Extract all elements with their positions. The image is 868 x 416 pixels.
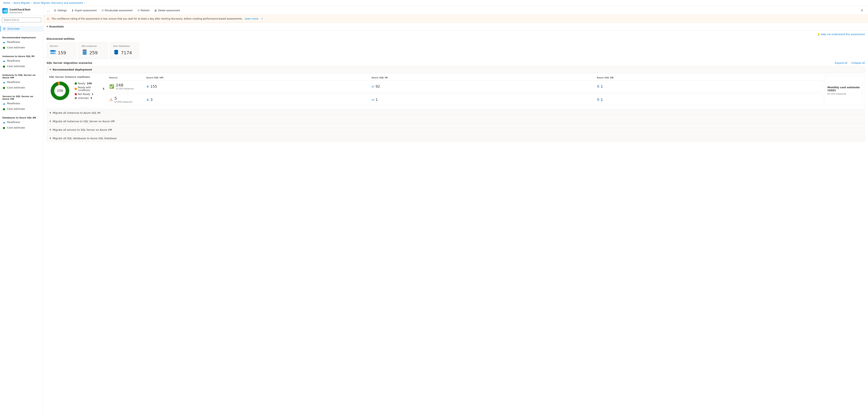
accordion-recommended-header[interactable]: ▼ Recommended deployment [47, 66, 865, 73]
expand-all-link[interactable]: Expand all [835, 62, 847, 64]
sidebar-item-sqlvm-servers-cost[interactable]: ● Cost estimate [0, 106, 43, 112]
nav-section-title-recommended: Recommended deployment [0, 35, 43, 39]
accordion-migrate-sqlvm-servers-label: Migrate all servers to SQL Server on Azu… [53, 128, 112, 131]
donut-section: SQL Server instance readiness [49, 76, 104, 106]
essentials-chevron: ▼ [46, 26, 48, 28]
source-warning: ⚠️ 5 of 259 instances [109, 96, 145, 103]
migration-section: SQL Server migration scenarios Expand al… [43, 61, 868, 142]
sidebar-search-container [0, 16, 43, 24]
breadcrumb-discovery[interactable]: Azure Migrate: Discovery and assessment [33, 2, 83, 4]
sidebar-item-recommended-readiness[interactable]: ☁ Readiness [0, 39, 43, 45]
svg-point-2 [55, 51, 56, 51]
sidebar-item-sqlvm-instances-readiness[interactable]: ☁ Readiness [0, 79, 43, 85]
export-button[interactable]: ⬇ Export assessment [69, 8, 99, 13]
warning-db: 🗄 1 [597, 97, 820, 102]
essentials-section: ▼ Essentials [43, 23, 868, 31]
breadcrumb-home[interactable]: Home [3, 2, 10, 4]
more-options-button[interactable]: ... [46, 8, 50, 12]
ready-vm: 🖥 155 [146, 84, 370, 88]
sidebar-header: AM CostCheckTest Assessment [0, 6, 43, 16]
sidebar-item-sqlvm-servers-readiness[interactable]: ☁ Readiness [0, 101, 43, 106]
close-button[interactable]: ✕ [859, 8, 865, 13]
essentials-toggle[interactable]: ▼ Essentials [46, 24, 865, 29]
sidebar-item-sqlmi-cost[interactable]: ● Cost estimate [0, 64, 43, 69]
settings-icon: ⚙ [54, 9, 56, 12]
nav-section-title-sqlvm-instances: Instances to SQL Server on Azure VM [0, 73, 43, 79]
svg-rect-6 [83, 53, 87, 55]
nav-recommended-section: Recommended deployment ☁ Readiness ● Cos… [0, 34, 43, 52]
accordion-migrate-sqldb-label: Migrate all SQL databases to Azure SQL D… [53, 137, 117, 140]
sidebar-item-sqlvm-instances-cost[interactable]: ● Cost estimate [0, 85, 43, 90]
db-icon-1: 🗄 [597, 85, 599, 88]
sidebar-item-sqldb-readiness[interactable]: ☁ Readiness [0, 119, 43, 125]
accordion-chevron-2: ▼ [50, 112, 51, 114]
nav-overview-section: ☰ Overview [0, 24, 43, 34]
header-source: Source [109, 77, 145, 79]
stats-panel: Source Azure SQL VM Azure SQL MI Azure S… [107, 76, 823, 106]
ready-count: 248 [116, 83, 134, 87]
vm-icon-2: 🖥 [146, 98, 149, 101]
entity-card-user-databases[interactable]: User databases 7174 [110, 42, 139, 59]
app-logo: AM [2, 8, 8, 13]
warning-banner: ⚠ The confidence rating of the assessmen… [43, 15, 868, 23]
recalculate-icon: ↺ [101, 9, 104, 12]
circle-icon-4: ● [2, 108, 5, 111]
recalculate-button[interactable]: ↺ Recalculate assessment [99, 8, 134, 13]
main-content: ... ⚙ Settings ⬇ Export assessment ↺ Rec… [43, 6, 868, 415]
search-input[interactable] [2, 18, 41, 22]
entity-cards: Servers 159 [46, 42, 865, 59]
circle-icon-2: ● [2, 65, 5, 68]
warning-sub: of 259 instances [115, 101, 132, 103]
sidebar-item-sqldb-cost[interactable]: ● Cost estimate [0, 125, 43, 130]
delete-button[interactable]: 🗑 Delete assessment [152, 8, 182, 13]
accordion-migrate-sqlvm-servers[interactable]: ▼ Migrate all servers to SQL Server on A… [46, 126, 865, 133]
accordion-migrate-sqlvm-instances-label: Migrate all instances to SQL Server on A… [53, 120, 115, 123]
servers-count: 159 [58, 50, 66, 55]
refresh-button[interactable]: ↺ Refresh [135, 8, 152, 13]
accordion-migrate-sqlmi-label: Migrate all instances to Azure SQL MI [53, 111, 100, 114]
user-databases-count: 7174 [121, 50, 132, 55]
entity-card-sql-instances[interactable]: SQL instances SQL [78, 42, 108, 59]
stats-warning-row: ⚠️ 5 of 259 instances 🖥 [107, 94, 823, 106]
discovered-entities-section: Discovered entities Servers [43, 37, 868, 61]
donut-svg: 259 [49, 80, 71, 102]
nav-sqlvm-servers-section: Servers to SQL Server on Azure VM ☁ Read… [0, 92, 43, 114]
accordion-migrate-sqlvm-instances[interactable]: ▼ Migrate all instances to SQL Server on… [46, 118, 865, 125]
warning-learn-more-link[interactable]: Learn more. [245, 18, 259, 20]
warning-vm: 🖥 3 [146, 97, 370, 102]
donut-wrapper: 259 Ready 248 [49, 80, 104, 102]
ready-db: 🗄 1 [597, 84, 820, 88]
cloud-icon-2: ☁ [2, 59, 5, 62]
delete-icon: 🗑 [154, 9, 157, 12]
expand-collapse-controls: Expand all | Collapse all [835, 62, 865, 64]
sql-instances-count: 259 [89, 50, 98, 55]
readiness-grid: SQL Server instance readiness [49, 76, 862, 106]
sidebar-item-sqlmi-readiness[interactable]: ☁ Readiness [0, 58, 43, 64]
entity-label-user-databases: User databases [113, 45, 136, 48]
accordion-chevron-5: ▼ [50, 137, 51, 139]
collapse-all-link[interactable]: Collapse all [851, 62, 865, 64]
sidebar-item-recommended-cost[interactable]: ● Cost estimate [0, 45, 43, 50]
svg-rect-5 [83, 52, 87, 53]
essentials-label: Essentials [49, 25, 64, 28]
legend-dot-not-ready [75, 93, 77, 95]
cloud-icon-5: ☁ [2, 121, 5, 124]
accordion-migrate-sqlmi[interactable]: ▼ Migrate all instances to Azure SQL MI [46, 109, 865, 117]
legend-dot-rwc [75, 88, 77, 90]
cloud-icon-1: ☁ [2, 40, 5, 43]
entity-card-servers[interactable]: Servers 159 [46, 42, 76, 59]
accordion-migrate-sqldb[interactable]: ▼ Migrate all SQL databases to Azure SQL… [46, 135, 865, 142]
sidebar-item-overview[interactable]: ☰ Overview [0, 26, 43, 32]
settings-button[interactable]: ⚙ Settings [52, 8, 69, 13]
warning-text: The confidence rating of the assessment … [51, 18, 243, 20]
user-databases-icon [113, 49, 119, 57]
export-icon: ⬇ [71, 9, 74, 12]
help-link-text: Help me understand this assessment [821, 33, 865, 36]
monthly-cost-sub: for 253 instances [827, 93, 860, 95]
legend-dot-ready [75, 83, 77, 85]
breadcrumb-azure-migrate[interactable]: Azure Migrate [13, 2, 30, 4]
ready-mi: 🗃 92 [371, 84, 595, 88]
source-ready: ✅ 248 of 259 instances [109, 83, 145, 90]
legend-dot-unknown [75, 97, 77, 99]
help-link[interactable]: 💡 Help me understand this assessment [817, 33, 865, 36]
